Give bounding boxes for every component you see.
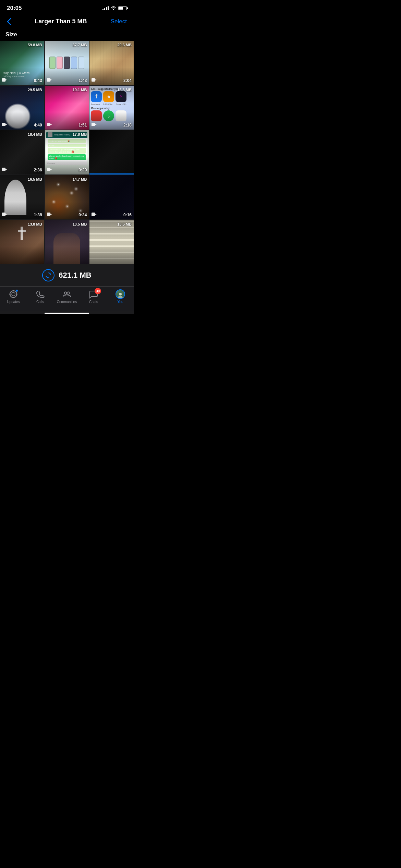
tab-calls-label: Calls (36, 300, 44, 304)
media-item[interactable]: 29.5 MB 4:40 (0, 86, 44, 130)
media-item[interactable]: Ads · Suggested for you f ★ ⚔ FacebookJU… (89, 86, 134, 130)
chats-badge: 30 (95, 288, 101, 294)
media-size: 16.5 MB (28, 177, 42, 181)
status-icons (102, 5, 127, 11)
media-size: 59.8 MB (28, 43, 42, 47)
svg-rect-14 (47, 168, 50, 171)
media-duration: 3:04 (123, 78, 132, 83)
avatar (116, 289, 125, 299)
svg-rect-20 (92, 213, 95, 216)
video-icon (2, 212, 8, 217)
svg-marker-21 (95, 214, 97, 215)
svg-rect-10 (92, 123, 95, 126)
svg-rect-8 (47, 123, 50, 126)
media-item[interactable]: 14.7 MB 0:34 (45, 175, 89, 219)
tab-chats[interactable]: 30 Chats (83, 289, 104, 304)
media-item[interactable]: 13.8 MB (0, 220, 44, 264)
media-duration: 1:43 (78, 78, 87, 83)
media-duration: 0:34 (78, 213, 87, 217)
select-button[interactable]: Select (111, 18, 127, 25)
svg-point-33 (118, 296, 123, 298)
video-icon (92, 78, 97, 83)
svg-marker-19 (50, 214, 52, 215)
media-item[interactable]: 13.5 MB (89, 220, 134, 264)
media-item[interactable]: 19.1 MB 1:51 (45, 86, 89, 130)
battery-icon (118, 6, 127, 10)
media-item[interactable]: 29.6 MB 3:04 (89, 41, 134, 85)
svg-rect-16 (2, 213, 5, 216)
video-icon (92, 212, 97, 217)
svg-rect-18 (47, 213, 50, 216)
svg-point-31 (67, 292, 70, 294)
tab-communities[interactable]: Communities (57, 289, 77, 304)
back-button[interactable] (7, 18, 11, 25)
media-grid: Ray·Ban | ∞ Meta Let's try some music 59… (0, 41, 134, 264)
progress-line (89, 173, 134, 174)
media-item[interactable]: 13.5 MB (45, 220, 89, 264)
svg-point-27 (13, 297, 14, 298)
tab-you-label: You (118, 300, 123, 304)
size-section-label: Size (0, 29, 134, 41)
video-icon (47, 122, 52, 128)
tab-you[interactable]: You (110, 289, 131, 304)
svg-rect-12 (2, 168, 5, 171)
bottom-info-bar: 621.1 MB (0, 264, 134, 286)
wifi-icon (111, 5, 116, 11)
media-size: 18.4 MB (28, 132, 42, 136)
media-duration: 4:40 (34, 123, 42, 128)
total-size: 621.1 MB (59, 271, 91, 280)
media-item[interactable]: Ray·Ban | ∞ Meta Let's try some music 59… (0, 41, 44, 85)
svg-marker-13 (5, 169, 7, 170)
media-duration: 0:43 (34, 78, 42, 83)
tab-calls[interactable]: Calls (30, 289, 50, 304)
media-item[interactable]: 16.5 MB 1:38 (0, 175, 44, 219)
svg-marker-5 (95, 79, 97, 81)
media-size: 29.5 MB (28, 88, 42, 92)
svg-point-26 (13, 290, 14, 291)
svg-point-28 (9, 293, 11, 295)
media-size: 13.5 MB (117, 222, 132, 226)
tab-chats-label: Chats (89, 300, 98, 304)
svg-marker-11 (95, 124, 97, 125)
media-size: 29.6 MB (117, 43, 132, 47)
media-size: 37.7 MB (73, 43, 87, 47)
sync-icon (42, 269, 54, 281)
page-title: Larger Than 5 MB (11, 18, 111, 25)
svg-rect-6 (2, 123, 5, 126)
media-size: 19.1 MB (73, 88, 87, 92)
media-duration: 0:29 (78, 168, 87, 172)
media-duration: 2:36 (34, 168, 42, 172)
tab-updates-label: Updates (7, 300, 20, 304)
svg-marker-9 (50, 124, 52, 125)
media-size: 13.8 MB (28, 222, 42, 226)
media-item[interactable] (89, 130, 134, 174)
media-size: 13.5 MB (73, 222, 87, 226)
tab-updates[interactable]: Updates (3, 289, 24, 304)
svg-marker-1 (5, 79, 7, 81)
video-icon (2, 78, 8, 83)
media-item[interactable]: 18.4 MB 2:36 (0, 130, 44, 174)
svg-marker-7 (5, 124, 7, 125)
signal-icon (102, 6, 109, 10)
media-size: 14.7 MB (73, 177, 87, 181)
video-icon (2, 122, 8, 128)
media-size: 17.8 MB (73, 132, 87, 136)
footer: 621.1 MB Updates (0, 264, 134, 314)
status-time: 20:05 (7, 5, 22, 12)
tab-bar: Updates Calls Communities (0, 286, 134, 311)
media-item[interactable]: Jacqueline Farley Looks so awesome! 🎉 To… (45, 130, 89, 174)
svg-rect-4 (92, 78, 95, 82)
media-item[interactable]: 0:16 (89, 175, 134, 219)
svg-marker-17 (5, 214, 7, 215)
nav-bar: Larger Than 5 MB Select (0, 14, 134, 29)
svg-point-25 (12, 292, 15, 296)
media-duration: 1:51 (78, 123, 87, 128)
svg-point-29 (16, 293, 17, 295)
video-icon (47, 212, 52, 217)
svg-rect-0 (2, 78, 5, 82)
video-icon (47, 167, 52, 172)
svg-point-32 (119, 293, 122, 296)
video-icon (92, 122, 97, 128)
media-item[interactable]: 37.7 MB 1:43 (45, 41, 89, 85)
tab-communities-label: Communities (57, 300, 77, 304)
